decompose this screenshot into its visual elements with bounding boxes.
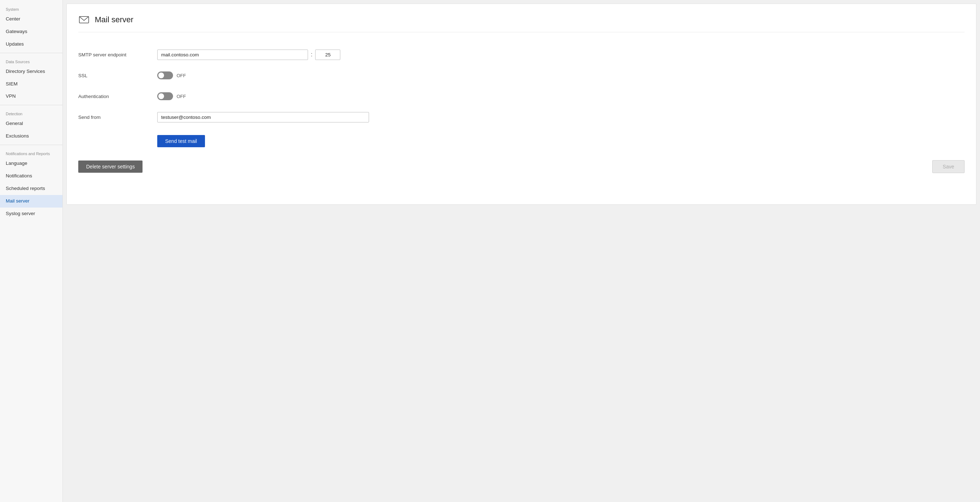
ssl-label: SSL xyxy=(78,73,157,78)
send-from-label: Send from xyxy=(78,115,157,120)
auth-toggle[interactable] xyxy=(157,92,173,100)
sidebar-section-data-sources: Data Sources xyxy=(0,55,62,65)
mail-server-form: SMTP server endpoint : SSL OFF xyxy=(78,41,964,147)
sidebar: System Center Gateways Updates Data Sour… xyxy=(0,0,63,502)
sidebar-item-gateways[interactable]: Gateways xyxy=(0,25,62,38)
send-test-mail-button[interactable]: Send test mail xyxy=(157,135,205,147)
port-input[interactable] xyxy=(315,49,340,60)
sidebar-item-general[interactable]: General xyxy=(0,118,62,130)
ssl-toggle-container: OFF xyxy=(157,72,186,80)
sidebar-item-mail-server[interactable]: Mail server xyxy=(0,195,62,207)
auth-label: Authentication xyxy=(78,94,157,99)
page-header: Mail server xyxy=(78,14,964,32)
sidebar-section-detection: Detection xyxy=(0,107,62,118)
sidebar-item-center[interactable]: Center xyxy=(0,13,62,25)
sidebar-item-directory-services[interactable]: Directory Services xyxy=(0,65,62,78)
send-test-mail-row: Send test mail xyxy=(78,131,964,147)
ssl-toggle[interactable] xyxy=(157,72,173,80)
sidebar-item-vpn[interactable]: VPN xyxy=(0,90,62,103)
sidebar-section-system: System xyxy=(0,3,62,13)
smtp-input[interactable] xyxy=(157,49,308,60)
content-panel: Mail server SMTP server endpoint : SSL xyxy=(67,3,977,205)
send-from-row: Send from xyxy=(78,111,964,124)
smtp-row: SMTP server endpoint : xyxy=(78,48,964,61)
smtp-control-group: : xyxy=(157,49,340,60)
auth-state-label: OFF xyxy=(177,94,186,99)
mail-icon xyxy=(78,14,90,25)
save-button[interactable]: Save xyxy=(932,160,964,173)
auth-toggle-container: OFF xyxy=(157,92,186,100)
auth-row: Authentication OFF xyxy=(78,90,964,103)
footer-actions: Delete server settings Save xyxy=(78,160,964,173)
page-title: Mail server xyxy=(95,15,134,24)
sidebar-item-notifications[interactable]: Notifications xyxy=(0,170,62,182)
delete-server-settings-button[interactable]: Delete server settings xyxy=(78,161,143,173)
sidebar-item-syslog-server[interactable]: Syslog server xyxy=(0,207,62,220)
main-content: Mail server SMTP server endpoint : SSL xyxy=(63,0,980,502)
sidebar-section-notifications-reports: Notifications and Reports xyxy=(0,147,62,157)
auth-toggle-thumb xyxy=(158,93,164,99)
sidebar-item-exclusions[interactable]: Exclusions xyxy=(0,130,62,143)
sidebar-item-language[interactable]: Language xyxy=(0,157,62,170)
smtp-label: SMTP server endpoint xyxy=(78,52,157,57)
sidebar-item-updates[interactable]: Updates xyxy=(0,38,62,51)
divider-detection xyxy=(0,105,62,105)
send-from-input[interactable] xyxy=(157,112,369,123)
divider-data-sources xyxy=(0,53,62,53)
sidebar-item-scheduled-reports[interactable]: Scheduled reports xyxy=(0,182,62,195)
ssl-toggle-thumb xyxy=(158,73,164,78)
divider-notifications xyxy=(0,145,62,145)
sidebar-item-siem[interactable]: SIEM xyxy=(0,78,62,91)
ssl-state-label: OFF xyxy=(177,73,186,78)
ssl-row: SSL OFF xyxy=(78,69,964,82)
smtp-colon: : xyxy=(311,51,312,58)
